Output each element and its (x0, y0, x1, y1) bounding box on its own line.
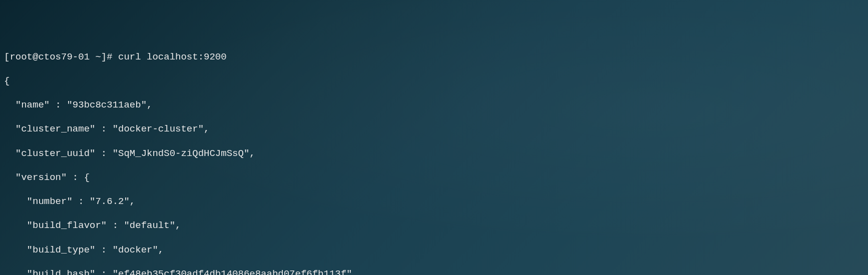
command-line: [root@ctos79-01 ~]# curl localhost:9200 (4, 51, 864, 63)
output-cluster-name: "cluster_name" : "docker-cluster", (4, 123, 864, 135)
output-version-open: "version" : { (4, 172, 864, 184)
output-json-open: { (4, 75, 864, 87)
output-cluster-uuid: "cluster_uuid" : "SqM_JkndS0-ziQdHCJmSsQ… (4, 148, 864, 160)
output-name: "name" : "93bc8c311aeb", (4, 99, 864, 111)
output-version-number: "number" : "7.6.2", (4, 196, 864, 208)
output-build-type: "build_type" : "docker", (4, 244, 864, 256)
output-build-flavor: "build_flavor" : "default", (4, 220, 864, 232)
output-build-hash: "build_hash" : "ef48eb35cf30adf4db14086e… (4, 268, 864, 275)
